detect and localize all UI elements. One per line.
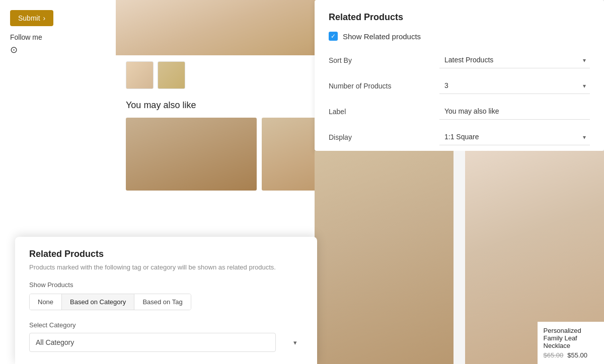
number-select-wrapper: 1 2 3 4 5 6 ▾ xyxy=(439,77,590,94)
number-of-products-label: Number of Products xyxy=(329,82,439,90)
display-row: Display 1:1 Square 4:3 Landscape 3:4 Por… xyxy=(329,129,590,145)
checkmark-icon: ✓ xyxy=(331,33,336,40)
label-field-label: Label xyxy=(329,108,439,116)
panel-title: Related Products xyxy=(329,12,590,23)
label-text-input[interactable] xyxy=(439,103,590,120)
sort-by-row: Sort By Latest Products Oldest Products … xyxy=(329,52,590,68)
label-row: Label xyxy=(329,103,590,120)
display-label: Display xyxy=(329,133,439,141)
show-related-label: Show Related products xyxy=(343,32,421,41)
sort-by-control: Latest Products Oldest Products Price: L… xyxy=(439,52,590,68)
thumbnail-2[interactable] xyxy=(158,61,185,89)
toggle-none-button[interactable]: None xyxy=(30,294,62,310)
toggle-tag-button[interactable]: Based on Tag xyxy=(134,294,190,310)
bottom-popup: Related Products Products marked with th… xyxy=(15,237,317,364)
toggle-category-button[interactable]: Based on Category xyxy=(62,294,134,310)
product-name: Personalized Family Leaf Necklace xyxy=(544,327,598,349)
product-label-area: Personalized Family Leaf Necklace $65.00… xyxy=(538,322,604,364)
sort-by-select[interactable]: Latest Products Oldest Products Price: L… xyxy=(439,52,590,68)
show-related-row: ✓ Show Related products xyxy=(329,32,590,41)
display-control: 1:1 Square 4:3 Landscape 3:4 Portrait 16… xyxy=(439,129,590,145)
submit-button[interactable]: Submit › xyxy=(10,10,53,26)
submit-label: Submit xyxy=(18,14,40,22)
right-bg-products: Personalized Family Leaf Necklace $65.00… xyxy=(315,151,604,364)
number-of-products-row: Number of Products 1 2 3 4 5 6 ▾ xyxy=(329,77,590,94)
label-field-control xyxy=(439,103,590,120)
bg-product-image-1 xyxy=(315,151,454,364)
category-select[interactable]: All Category Necklaces Bracelets Earring… xyxy=(29,333,276,352)
sort-by-select-wrapper: Latest Products Oldest Products Price: L… xyxy=(439,52,590,68)
instagram-icon[interactable]: ⊙ xyxy=(10,44,106,55)
popup-description: Products marked with the following tag o… xyxy=(29,263,303,271)
toggle-group: None Based on Category Based on Tag xyxy=(29,294,191,310)
product-prices: $65.00 $55.00 xyxy=(544,351,598,359)
thumbnail-1[interactable] xyxy=(126,61,154,89)
category-chevron-icon: ▾ xyxy=(293,339,297,346)
original-price: $65.00 xyxy=(544,351,564,359)
popup-title: Related Products xyxy=(29,249,303,259)
select-category-label: Select Category xyxy=(29,321,303,329)
sort-by-label: Sort By xyxy=(329,56,439,64)
number-of-products-select[interactable]: 1 2 3 4 5 6 xyxy=(439,77,590,94)
related-products-panel: Related Products ✓ Show Related products… xyxy=(315,0,604,151)
show-related-checkbox[interactable]: ✓ xyxy=(329,32,338,41)
bg-product-image-2: Personalized Family Leaf Necklace $65.00… xyxy=(465,151,604,364)
product-card-1[interactable] xyxy=(126,118,257,191)
number-of-products-control: 1 2 3 4 5 6 ▾ xyxy=(439,77,590,94)
follow-me-text: Follow me xyxy=(10,33,106,41)
display-select[interactable]: 1:1 Square 4:3 Landscape 3:4 Portrait 16… xyxy=(439,129,590,145)
display-select-wrapper: 1:1 Square 4:3 Landscape 3:4 Portrait 16… xyxy=(439,129,590,145)
arrow-icon: › xyxy=(43,14,46,22)
show-products-label: Show Products xyxy=(29,281,303,289)
category-select-wrapper: All Category Necklaces Bracelets Earring… xyxy=(29,333,303,352)
sale-price: $55.00 xyxy=(567,351,587,359)
